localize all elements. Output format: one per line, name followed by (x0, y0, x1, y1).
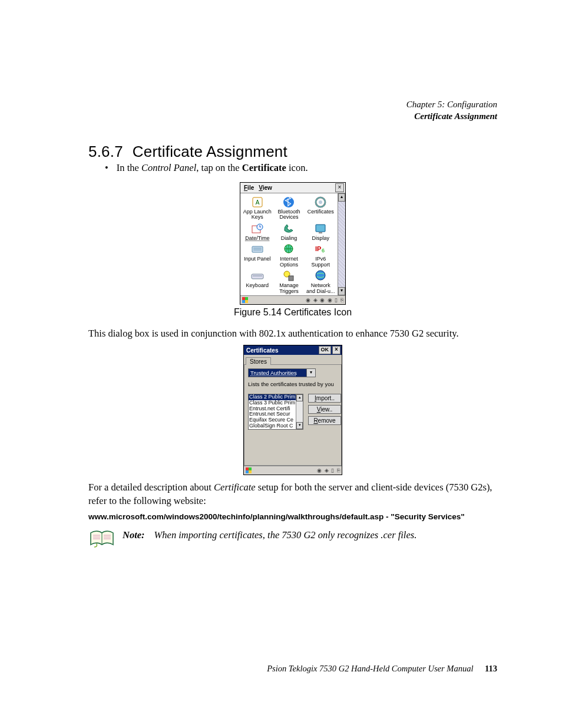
svg-rect-26 (249, 467, 252, 470)
cp-item-bluetooth[interactable]: Bluetooth Devices (273, 195, 305, 220)
internet-options-icon (282, 243, 295, 256)
svg-rect-9 (319, 232, 322, 233)
store-select-value: Trusted Authorities (248, 368, 307, 377)
note-label: Note: (123, 529, 145, 541)
control-panel-menubar: File View × (240, 183, 345, 193)
header-chapter: Chapter 5: Configuration (406, 99, 497, 111)
cp-item-internet-options[interactable]: Internet Options (273, 242, 305, 268)
dialog-title: Certificates (246, 347, 278, 354)
scroll-up-icon[interactable]: ▴ (338, 193, 345, 202)
svg-text:A: A (255, 199, 259, 206)
date-time-icon (251, 222, 264, 235)
section-title: Certificate Assignment (133, 143, 287, 160)
svg-rect-21 (242, 297, 245, 300)
remove-button[interactable]: Remove (308, 416, 341, 425)
control-panel-taskbar: ◉ ◈ ◉ ◉ ▯ ⎘ (240, 295, 345, 304)
store-select[interactable]: Trusted Authorities ▾ (248, 368, 316, 377)
list-item[interactable]: Class 3 Public Prim (249, 400, 296, 406)
svg-text:IP: IP (315, 245, 321, 252)
cp-item-date-time[interactable]: Date/Time (242, 222, 273, 241)
network-icon (314, 269, 327, 282)
system-tray: ◉ ◈ ◉ ◉ ▯ ⎘ (306, 297, 344, 303)
certificates-dialog: Certificates OK × Stores Trusted Authori… (243, 345, 342, 475)
system-tray: ◉ ◈ ▯ ⎘ (317, 467, 340, 473)
svg-point-20 (316, 271, 325, 280)
footer-text: Psion Teklogix 7530 G2 Hand-Held Compute… (267, 664, 473, 673)
cp-item-dialing[interactable]: Dialing (273, 222, 305, 241)
cp-item-certificates[interactable]: Certificates (305, 195, 336, 220)
control-panel-grid: A App Launch Keys Bluetooth Devices Cert… (240, 193, 338, 295)
ipv6-icon: IP6 (314, 243, 327, 256)
close-icon[interactable]: × (335, 183, 344, 192)
svg-rect-8 (316, 225, 325, 232)
ok-button[interactable]: OK (319, 346, 332, 354)
menu-file[interactable]: File (242, 185, 256, 191)
tab-stores[interactable]: Stores (246, 357, 271, 365)
list-scrollbar[interactable]: ▴ ▾ (296, 394, 303, 429)
svg-rect-28 (249, 470, 252, 473)
svg-point-5 (319, 200, 322, 204)
app-launch-icon: A (251, 196, 264, 209)
note-text: Note:When importing certificates, the 75… (123, 529, 416, 541)
list-item[interactable]: GlobalSign Root C (249, 423, 296, 429)
scroll-down-icon[interactable]: ▾ (338, 287, 345, 295)
cp-item-ipv6[interactable]: IP6 IPv6 Support (305, 242, 336, 268)
note-block: Note:When importing certificates, the 75… (88, 529, 497, 551)
reference-url: www.microsoft.com/windows2000/techinfo/p… (88, 512, 497, 521)
scroll-up-icon[interactable]: ▴ (296, 394, 303, 401)
list-item[interactable]: Class 2 Public Prim (249, 394, 296, 400)
section-heading: 5.6.7Certificate Assignment (88, 143, 497, 161)
svg-text:6: 6 (322, 248, 325, 253)
bullet-dot: • (105, 162, 108, 173)
svg-rect-22 (245, 297, 248, 300)
start-icon[interactable] (245, 467, 252, 474)
chevron-down-icon[interactable]: ▾ (307, 368, 316, 377)
cp-item-input-panel[interactable]: Input Panel (242, 242, 273, 268)
keyboard-icon (251, 269, 264, 282)
list-item[interactable]: Entrust.net Secur (249, 411, 296, 417)
control-panel-window: File View × A App Launch Keys Bluetooth … (240, 182, 346, 305)
note-book-icon (88, 529, 115, 551)
svg-rect-16 (252, 274, 263, 279)
svg-rect-25 (246, 467, 249, 470)
dialog-titlebar: Certificates OK × (244, 345, 342, 355)
close-icon[interactable]: × (332, 346, 340, 354)
cp-item-keyboard[interactable]: Keyboard (242, 269, 273, 294)
display-icon (314, 222, 327, 235)
instruction-bullet: •In the Control Panel, tap on the Certif… (105, 162, 497, 174)
cp-item-app-launch-keys[interactable]: A App Launch Keys (242, 195, 273, 220)
cp-item-display[interactable]: Display (305, 222, 336, 241)
page-footer: Psion Teklogix 7530 G2 Hand-Held Compute… (267, 664, 497, 674)
scroll-down-icon[interactable]: ▾ (296, 422, 303, 429)
certificates-icon (314, 196, 327, 209)
figure-caption: Figure 5.14 Certificates Icon (88, 307, 497, 318)
section-number: 5.6.7 (88, 143, 123, 160)
header-section: Certificate Assignment (406, 111, 497, 123)
input-panel-icon (251, 243, 264, 256)
dialog-tabs: Stores (244, 355, 342, 364)
list-item[interactable]: Entrust.net Certifi (249, 406, 296, 412)
start-icon[interactable] (242, 297, 249, 304)
certificate-list[interactable]: Class 2 Public Prim Class 3 Public Prim … (248, 394, 303, 430)
control-panel-scrollbar[interactable]: ▴ ▾ (338, 193, 345, 295)
store-description: Lists the certificates trusted by you (248, 381, 338, 387)
cp-item-network[interactable]: Network and Dial-u... (305, 269, 336, 294)
menu-view[interactable]: View (256, 185, 275, 191)
svg-rect-19 (289, 276, 293, 281)
page-number: 113 (485, 664, 497, 673)
paragraph-1: This dialog box is used in conjunction w… (88, 327, 497, 340)
manage-triggers-icon (282, 269, 295, 282)
dialog-taskbar: ◉ ◈ ▯ ⎘ (244, 466, 342, 475)
svg-rect-23 (242, 300, 245, 303)
dialing-icon (282, 222, 295, 235)
dialog-pane: Trusted Authorities ▾ Lists the certific… (244, 364, 342, 466)
paragraph-2: For a detailed description about Certifi… (88, 481, 497, 508)
svg-rect-10 (252, 246, 263, 252)
svg-rect-27 (246, 470, 249, 473)
svg-rect-24 (245, 300, 248, 303)
list-item[interactable]: Equifax Secure Ce (249, 417, 296, 423)
view-button[interactable]: View.. (308, 405, 341, 414)
page-header: Chapter 5: Configuration Certificate Ass… (406, 99, 497, 122)
import-button[interactable]: Import.. (308, 394, 341, 403)
cp-item-manage-triggers[interactable]: Manage Triggers (273, 269, 305, 294)
